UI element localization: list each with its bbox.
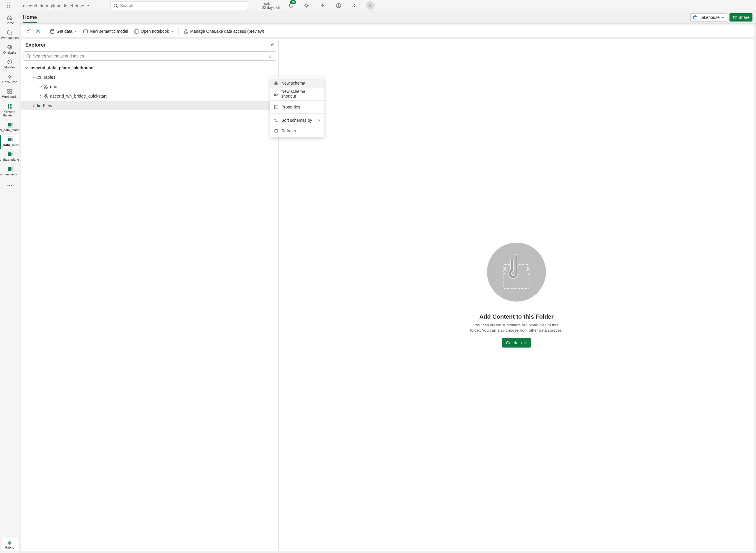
- help-button[interactable]: [333, 0, 344, 11]
- global-search-input[interactable]: [120, 3, 245, 8]
- nav-onelake[interactable]: OneLake: [1, 43, 18, 57]
- nav-label: Monitor: [4, 65, 15, 69]
- settings-button[interactable]: [301, 0, 312, 11]
- nav-monitor[interactable]: Monitor: [1, 57, 18, 71]
- chevron-right-icon: [32, 104, 35, 107]
- svg-point-29: [9, 185, 10, 186]
- manage-access-button[interactable]: Manage OneLake data access (preview): [181, 28, 266, 35]
- folder-icon: [36, 103, 41, 108]
- gear-icon: [304, 3, 309, 8]
- svg-point-4: [7, 5, 8, 6]
- nav-home[interactable]: Home: [1, 13, 18, 27]
- top-header: ascend_data_plane_lakehouse Trial: 22 da…: [0, 0, 378, 11]
- schema-shortcut-icon: [274, 91, 278, 96]
- svg-point-1: [7, 4, 8, 4]
- nav-ws-item-1[interactable]: ascend_data_plane_lak...: [1, 120, 18, 134]
- ctx-new-schema-shortcut[interactable]: New schema shortcut: [270, 88, 324, 99]
- filter-button[interactable]: [266, 53, 273, 60]
- notifications-button[interactable]: 76: [285, 0, 296, 11]
- collapse-explorer-button[interactable]: [270, 43, 274, 48]
- explorer-search-input[interactable]: [33, 54, 264, 58]
- download-button[interactable]: [317, 0, 328, 11]
- semantic-model-label: New semantic model: [90, 29, 128, 33]
- svg-rect-17: [9, 30, 11, 31]
- nav-builder[interactable]: Oliver's Builder ...: [1, 102, 18, 120]
- manage-access-label: Manage OneLake data access (preview): [190, 29, 264, 33]
- table-icon: [83, 29, 88, 34]
- chevron-right-icon: [39, 95, 42, 98]
- warehouse-icon: [7, 151, 13, 157]
- nav-more-button[interactable]: [1, 180, 18, 191]
- ctx-refresh[interactable]: Refresh: [270, 126, 324, 136]
- avatar: [366, 1, 375, 10]
- svg-point-55: [275, 107, 275, 107]
- refresh-lakehouse-button[interactable]: [23, 27, 32, 36]
- get-data-label: Get data: [57, 29, 73, 33]
- folder-icon: [36, 75, 41, 80]
- notebook-icon: [134, 29, 139, 34]
- workspace-name-dropdown[interactable]: ascend_data_plane_lakehouse: [20, 2, 93, 9]
- svg-point-33: [51, 29, 54, 31]
- svg-point-8: [9, 7, 10, 8]
- tree-tables[interactable]: Tables: [21, 73, 278, 82]
- explorer-title: Explorer: [25, 42, 270, 48]
- global-search-box[interactable]: [110, 1, 248, 10]
- context-menu: New schema New schema shortcut Propertie…: [270, 77, 324, 137]
- nav-label: Real-Time: [2, 80, 17, 84]
- tree-files-label: Files: [43, 103, 275, 108]
- get-data-button[interactable]: Get data: [48, 28, 80, 35]
- monitor-icon: [7, 59, 13, 65]
- lakehouse-settings-button[interactable]: [33, 27, 42, 36]
- tree-root[interactable]: ascend_data_plane_lakehouse: [21, 63, 278, 73]
- svg-point-30: [11, 185, 12, 186]
- trial-line2: 22 days left: [262, 6, 280, 10]
- nav-label: Workspaces: [1, 36, 18, 40]
- tree-schema-bridge[interactable]: ascend_wh_bridge_quickstart: [21, 91, 278, 101]
- tree-schema-dbo[interactable]: dbo: [21, 82, 278, 91]
- feedback-button[interactable]: [349, 0, 360, 11]
- explorer-search-box[interactable]: [23, 51, 276, 61]
- ctx-sort-schemas[interactable]: Sort schemas by: [270, 115, 324, 126]
- nav-workspaces[interactable]: Workspaces: [1, 28, 18, 42]
- nav-ws-item-2-active[interactable]: ascend_data_plane_lak...: [0, 135, 18, 149]
- svg-point-0: [6, 4, 6, 4]
- tree-tables-label: Tables: [43, 75, 271, 80]
- account-button[interactable]: [365, 0, 376, 11]
- chevron-down-icon: [25, 66, 28, 70]
- nav-workloads[interactable]: Workloads: [1, 87, 18, 101]
- open-notebook-button[interactable]: Open notebook: [132, 28, 176, 35]
- nav-label: OneLake: [3, 51, 16, 54]
- waffle-icon: [5, 3, 10, 8]
- nav-realtime[interactable]: Real-Time: [1, 72, 18, 86]
- tree-files[interactable]: Files: [21, 101, 278, 110]
- chevron-double-left-icon: [270, 43, 274, 47]
- home-tab[interactable]: Home: [23, 14, 37, 23]
- store-icon: [7, 166, 13, 172]
- app-launcher-button[interactable]: [2, 0, 13, 11]
- ctx-label: New schema shortcut: [281, 89, 320, 98]
- trial-line1: Trial:: [262, 1, 280, 6]
- svg-point-13: [353, 4, 355, 5]
- explorer-tree: ascend_data_plane_lakehouse Tables dbo: [21, 63, 278, 276]
- onelake-icon: [7, 44, 13, 50]
- svg-point-5: [9, 5, 10, 6]
- preview-panel: Add Content to this Folder You can creat…: [279, 39, 378, 276]
- toolbar: Get data New semantic model Open noteboo…: [21, 25, 378, 37]
- schema-icon: [43, 84, 48, 89]
- tree-schema-label: dbo: [50, 84, 275, 89]
- nav-ws-item-4[interactable]: ascend_instance_store: [1, 164, 18, 178]
- home-icon: [7, 15, 13, 21]
- chevron-down-icon: [86, 4, 90, 7]
- separator: [270, 100, 324, 100]
- ctx-properties[interactable]: Properties: [270, 102, 324, 112]
- nav-ws-item-3[interactable]: ascend_data_plane_war...: [1, 149, 18, 164]
- explorer-panel: Explorer ascend_data_plane_lakehouse: [21, 39, 279, 276]
- lakehouse-icon: [7, 122, 13, 128]
- feedback-icon: [352, 3, 357, 8]
- svg-rect-23: [10, 92, 12, 93]
- ctx-new-schema[interactable]: New schema: [270, 78, 324, 88]
- new-semantic-model-button[interactable]: New semantic model: [81, 28, 130, 35]
- tree-schema-label: ascend_wh_bridge_quickstart: [50, 94, 275, 98]
- notification-badge: 76: [290, 0, 296, 4]
- schema-icon: [274, 81, 278, 85]
